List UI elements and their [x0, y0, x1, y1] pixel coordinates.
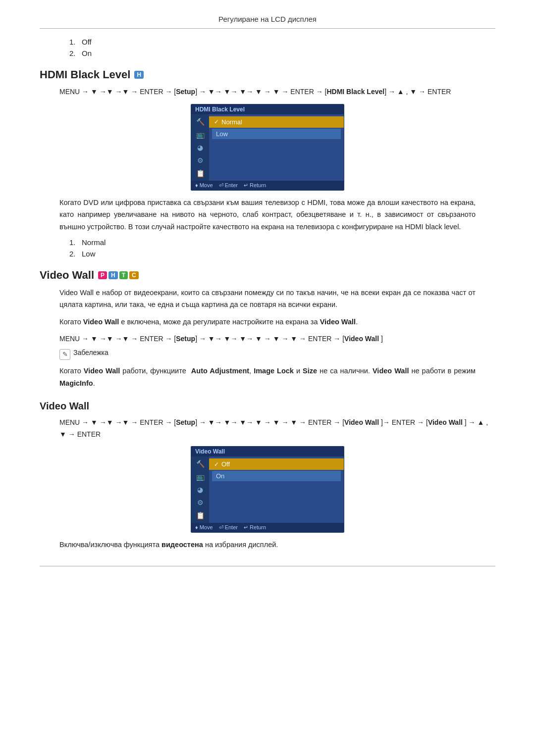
vw-footer-return: ↵ Return [244, 524, 266, 531]
footer-enter: ⏎ Enter [219, 182, 238, 189]
hdmi-tv-menu-icons: 🔨 📺 ◕ ⚙ 📋 [191, 114, 209, 181]
videowall-tv-menu-items: ✓ Off On [209, 456, 344, 523]
note-block: ✎ Забележка [59, 349, 476, 360]
hdmi-tv-menu-body: 🔨 📺 ◕ ⚙ 📋 ✓ Normal Low [191, 114, 344, 181]
note-icon: ✎ [59, 349, 70, 360]
hdmi-normal-label: Normal [221, 118, 242, 126]
footer-return: ↵ Return [244, 182, 266, 189]
bottom-rule [40, 566, 495, 566]
tv-icon-5: 📋 [195, 169, 206, 178]
videowall-on-label: On [216, 472, 224, 480]
hdmi-section-heading: HDMI Black Level H [40, 68, 495, 81]
hdmi-menu-item-low: Low [212, 129, 341, 139]
hdmi-body-text: Когато DVD или цифрова приставка са свър… [59, 197, 476, 233]
videowall-intro2: Когато Video Wall е включена, може да ре… [59, 316, 476, 328]
videowall-tv-menu-container: Video Wall 🔨 📺 ◕ ⚙ 📋 ✓ Off On [40, 446, 495, 533]
videowall-tv-menu: Video Wall 🔨 📺 ◕ ⚙ 📋 ✓ Off On [191, 446, 344, 533]
videowall-note-warning: Когато Video Wall работи, функциите Auto… [59, 365, 476, 389]
hdmi-heading-text: HDMI Black Level [40, 68, 130, 81]
checkmark-off: ✓ [214, 461, 219, 468]
tv-icon-1: 🔨 [195, 117, 206, 126]
videowall-section-heading: Video Wall P H T C [40, 269, 495, 282]
vw-tv-icon-3: ◕ [195, 485, 206, 494]
tv-icon-2: 📺 [195, 130, 206, 139]
videowall-heading-text: Video Wall [40, 269, 94, 282]
vw-tv-icon-2: 📺 [195, 472, 206, 481]
hdmi-tv-menu-container: HDMI Black Level 🔨 📺 ◕ ⚙ 📋 ✓ Normal Low [40, 104, 495, 191]
page-title: Регулиране на LCD дисплея [40, 15, 495, 29]
videowall-sub-heading: Video Wall [40, 401, 495, 412]
videowall-tv-menu-icons: 🔨 📺 ◕ ⚙ 📋 [191, 456, 209, 523]
hdmi-menu-path: MENU → ▼ →▼ →▼ → ENTER → [Setup] → ▼→ ▼→… [59, 86, 495, 98]
tv-icon-3: ◕ [195, 143, 206, 152]
videowall-sub-menu-path: MENU → ▼ →▼ →▼ → ENTER → [Setup] → ▼→ ▼→… [59, 417, 495, 441]
hdmi-menu-item-normal: ✓ Normal [209, 116, 344, 128]
hdmi-list-normal: 1. Normal [69, 238, 495, 247]
hdmi-tv-menu-items: ✓ Normal Low [209, 114, 344, 181]
note-text: Забележка [73, 349, 108, 356]
page-wrapper: Регулиране на LCD дисплея 1. Off 2. On H… [0, 0, 535, 586]
videowall-menu-item-on: On [212, 471, 341, 481]
videowall-menu-path: MENU → ▼ →▼ →▼ → ENTER → [Setup] → ▼→ ▼→… [59, 333, 495, 345]
tv-icon-4: ⚙ [195, 156, 206, 165]
videowall-bottom-text: Включва/изключва функцията видеостена на… [59, 539, 476, 551]
vw-tv-icon-4: ⚙ [195, 498, 206, 507]
videowall-off-label: Off [221, 460, 230, 468]
hdmi-list-low: 2. Low [69, 250, 495, 258]
checkmark-normal: ✓ [214, 118, 219, 125]
badge-c: C [129, 271, 139, 279]
badge-t: T [119, 271, 128, 279]
hdmi-tv-menu-footer: ♦ Move ⏎ Enter ↵ Return [191, 181, 344, 190]
badge-h: H [108, 271, 118, 279]
vw-footer-move: ♦ Move [195, 524, 213, 531]
videowall-badges: P H T C [98, 271, 139, 279]
badge-p: P [98, 271, 107, 279]
videowall-tv-menu-body: 🔨 📺 ◕ ⚙ 📋 ✓ Off On [191, 456, 344, 523]
videowall-tv-menu-footer: ♦ Move ⏎ Enter ↵ Return [191, 523, 344, 532]
list-item-on: 2. On [69, 49, 495, 57]
list-item-off: 1. Off [69, 38, 495, 46]
videowall-menu-item-off: ✓ Off [209, 458, 344, 470]
videowall-tv-menu-title: Video Wall [191, 447, 344, 456]
footer-move: ♦ Move [195, 182, 213, 189]
hdmi-badge: H [134, 71, 144, 79]
vw-footer-enter: ⏎ Enter [219, 524, 238, 531]
videowall-intro1: Video Wall е набор от видеоекрани, които… [59, 287, 476, 311]
hdmi-low-label: Low [216, 130, 228, 138]
hdmi-tv-menu-title: HDMI Black Level [191, 104, 344, 114]
hdmi-tv-menu: HDMI Black Level 🔨 📺 ◕ ⚙ 📋 ✓ Normal Low [191, 104, 344, 191]
vw-tv-icon-5: 📋 [195, 511, 206, 520]
vw-tv-icon-1: 🔨 [195, 459, 206, 468]
